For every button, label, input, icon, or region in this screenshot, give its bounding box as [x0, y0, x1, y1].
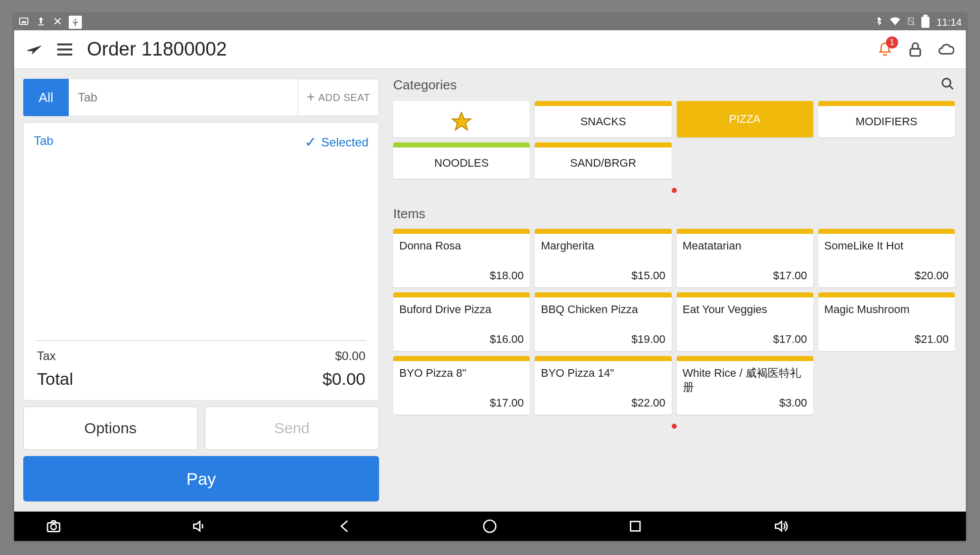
image-icon	[18, 16, 29, 29]
item-name: Eat Your Veggies	[683, 302, 807, 317]
item-stripe	[818, 292, 955, 297]
item-price: $22.00	[541, 396, 665, 410]
tab-label[interactable]: Tab	[34, 134, 54, 150]
selected-label: Selected	[321, 135, 368, 149]
item-name: White Rice / 威褐医特礼册	[683, 366, 807, 394]
category-card-pizza[interactable]: PIZZA	[677, 101, 813, 137]
item-price: $17.00	[399, 396, 524, 410]
battery-icon	[921, 17, 929, 28]
item-card[interactable]: SomeLike It Hot$20.00	[818, 229, 955, 287]
no-sim-icon	[906, 16, 916, 29]
svg-marker-9	[452, 113, 471, 130]
order-card: Tab ✓ Selected Tax $0.00 Total $	[23, 122, 379, 400]
item-price: $20.00	[824, 269, 949, 282]
item-price: $19.00	[541, 333, 665, 346]
lock-button[interactable]	[905, 39, 925, 60]
search-button[interactable]	[941, 77, 955, 93]
item-card[interactable]: BYO Pizza 14"$22.00	[535, 356, 671, 415]
wifi-icon	[889, 15, 901, 30]
notifications-button[interactable]: 1	[875, 39, 895, 60]
total-value: $0.00	[322, 369, 365, 389]
item-card[interactable]: Magic Mushroom$21.00	[818, 292, 955, 351]
tax-label: Tax	[37, 349, 56, 363]
category-card-sand-brgr[interactable]: SAND/BRGR	[535, 142, 671, 179]
category-card-modifiers[interactable]: MODIFIERS	[818, 101, 955, 137]
menu-button[interactable]	[55, 39, 75, 60]
item-stripe	[535, 292, 671, 297]
item-stripe	[818, 229, 955, 234]
clock-time: 11:14	[937, 17, 962, 28]
svg-rect-13	[631, 522, 640, 531]
item-name: Margherita	[541, 239, 665, 253]
category-stripe	[393, 142, 530, 147]
total-label: Total	[37, 369, 73, 389]
svg-rect-6	[910, 48, 920, 56]
svg-rect-2	[38, 24, 44, 25]
category-stripe	[818, 101, 955, 106]
category-label: SNACKS	[535, 106, 671, 137]
item-stripe	[393, 292, 530, 297]
volume-down-icon[interactable]	[190, 517, 208, 535]
item-card[interactable]: Meatatarian$17.00	[677, 229, 813, 287]
close-thin-icon	[53, 16, 63, 29]
add-seat-label: ADD SEAT	[318, 92, 370, 104]
tax-value: $0.00	[335, 349, 365, 363]
item-name: BYO Pizza 14"	[541, 366, 665, 380]
options-button[interactable]: Options	[23, 407, 198, 450]
tab-name-input[interactable]	[69, 79, 298, 116]
android-nav-bar	[14, 512, 966, 541]
nav-recent-icon[interactable]	[626, 517, 644, 535]
item-card[interactable]: Donna Rosa$18.00	[393, 229, 530, 287]
volume-up-icon[interactable]	[772, 517, 790, 535]
camera-icon[interactable]	[44, 517, 63, 535]
android-status-bar: 11:14	[14, 14, 966, 30]
category-stripe	[393, 101, 530, 106]
category-label: MODIFIERS	[818, 106, 955, 137]
nav-back-icon[interactable]	[336, 517, 354, 535]
cloud-button[interactable]	[936, 39, 956, 60]
svg-rect-0	[20, 18, 28, 24]
svg-point-7	[943, 79, 951, 87]
category-label	[393, 106, 530, 137]
item-card[interactable]: BBQ Chicken Pizza$19.00	[535, 292, 671, 351]
item-name: Donna Rosa	[399, 239, 524, 253]
category-card-noodles[interactable]: NOODLES	[393, 142, 530, 179]
item-price: $17.00	[683, 333, 807, 346]
category-stripe	[535, 142, 671, 147]
app-header: Order 11800002 1	[14, 30, 966, 69]
item-price: $16.00	[399, 333, 524, 346]
item-card[interactable]: White Rice / 威褐医特礼册$3.00	[677, 356, 813, 415]
svg-point-12	[484, 520, 496, 532]
send-button[interactable]: Send	[205, 407, 379, 450]
svg-point-11	[51, 524, 57, 530]
category-label: PIZZA	[677, 101, 813, 137]
item-stripe	[677, 356, 813, 361]
nav-home-icon[interactable]	[481, 517, 499, 535]
item-card[interactable]: Eat Your Veggies$17.00	[677, 292, 813, 351]
add-seat-button[interactable]: + ADD SEAT	[298, 79, 379, 116]
item-card[interactable]: BYO Pizza 8"$17.00	[393, 356, 530, 415]
selected-indicator[interactable]: ✓ Selected	[305, 134, 368, 150]
bluetooth-icon	[874, 16, 884, 29]
item-price: $3.00	[683, 396, 807, 410]
category-label: SAND/BRGR	[535, 147, 671, 179]
item-stripe	[677, 229, 813, 234]
item-price: $15.00	[541, 269, 665, 282]
back-button[interactable]	[24, 39, 44, 60]
item-price: $17.00	[683, 269, 807, 282]
upload-icon	[35, 16, 46, 29]
categories-title: Categories	[393, 77, 457, 93]
item-name: Meatatarian	[683, 239, 807, 253]
divider	[36, 340, 366, 341]
all-tab[interactable]: All	[23, 79, 69, 116]
item-card[interactable]: Buford Drive Pizza$16.00	[393, 292, 530, 351]
notification-badge: 1	[886, 36, 898, 48]
category-card-snacks[interactable]: SNACKS	[535, 101, 671, 137]
page-title: Order 11800002	[87, 38, 227, 60]
category-card-favorites[interactable]	[393, 101, 530, 137]
pay-button[interactable]: Pay	[23, 456, 379, 501]
item-price: $21.00	[824, 333, 949, 346]
item-name: Magic Mushroom	[824, 302, 949, 317]
item-card[interactable]: Margherita$15.00	[535, 229, 671, 287]
item-stripe	[535, 356, 671, 361]
